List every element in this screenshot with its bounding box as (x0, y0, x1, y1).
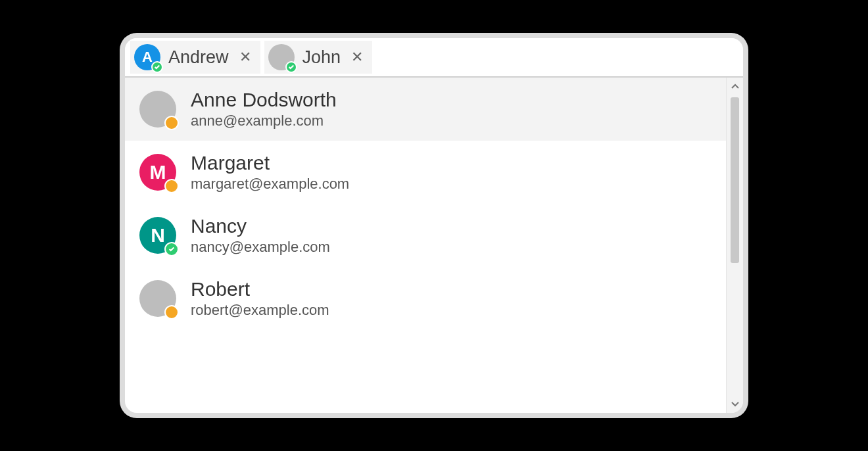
list-item[interactable]: N Nancy nancy@example.com (125, 204, 726, 267)
status-away-icon (164, 116, 179, 130)
contact-picker-panel: A Andrew ✕ John ✕ (125, 38, 743, 413)
list-item[interactable]: Anne Dodsworth anne@example.com (125, 78, 726, 141)
token-label: John (302, 47, 341, 68)
contact-email: robert@example.com (191, 302, 329, 319)
status-away-icon (164, 305, 179, 320)
status-online-icon (164, 242, 179, 256)
contact-info: Margaret margaret@example.com (191, 152, 349, 193)
scroll-down-icon[interactable] (727, 396, 743, 413)
avatar-andrew: A (134, 44, 160, 70)
list-item[interactable]: Robert robert@example.com (125, 267, 726, 330)
close-icon[interactable]: ✕ (349, 49, 366, 66)
status-away-icon (164, 179, 179, 193)
list-area: Anne Dodsworth anne@example.com M Margar… (125, 78, 743, 413)
contact-email: anne@example.com (191, 112, 337, 130)
token-label: Andrew (168, 47, 229, 68)
avatar: N (139, 217, 176, 254)
token-john[interactable]: John ✕ (264, 41, 373, 74)
suggestion-list: Anne Dodsworth anne@example.com M Margar… (125, 78, 726, 413)
contact-name: Robert (191, 278, 329, 300)
scroll-track[interactable] (727, 95, 743, 396)
status-online-icon (151, 61, 163, 73)
token-andrew[interactable]: A Andrew ✕ (130, 41, 260, 74)
contact-name: Margaret (191, 152, 349, 174)
close-icon[interactable]: ✕ (237, 49, 254, 66)
scroll-up-icon[interactable] (727, 78, 743, 95)
avatar (139, 280, 176, 317)
contact-email: margaret@example.com (191, 176, 349, 193)
contact-email: nancy@example.com (191, 239, 330, 256)
contact-name: Nancy (191, 215, 330, 237)
list-item[interactable]: M Margaret margaret@example.com (125, 141, 726, 204)
contact-info: Nancy nancy@example.com (191, 215, 330, 256)
status-online-icon (285, 61, 297, 73)
contact-info: Anne Dodsworth anne@example.com (191, 89, 337, 130)
scrollbar[interactable] (726, 78, 743, 413)
scroll-thumb[interactable] (731, 97, 739, 263)
avatar (139, 91, 176, 128)
contact-info: Robert robert@example.com (191, 278, 329, 319)
contact-name: Anne Dodsworth (191, 89, 337, 111)
token-bar[interactable]: A Andrew ✕ John ✕ (125, 38, 743, 78)
avatar-john (268, 44, 295, 70)
avatar: M (139, 154, 176, 191)
